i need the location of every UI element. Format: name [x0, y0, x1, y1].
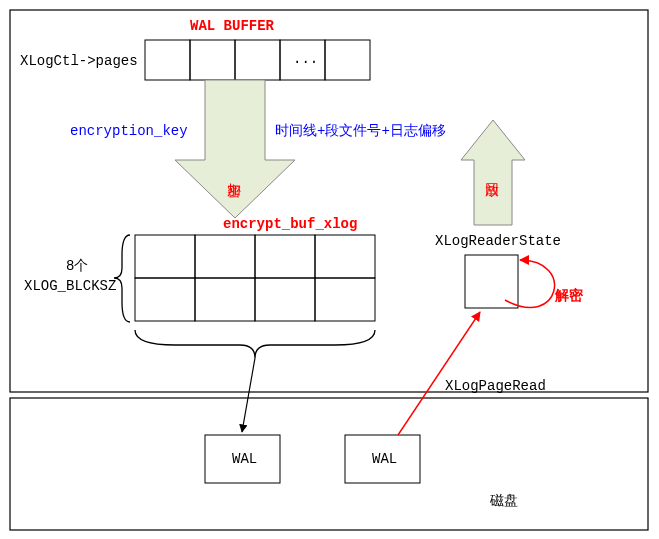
blocksize-label-2: XLOG_BLCKSZ: [24, 278, 116, 294]
encryption-key-label: encryption_key: [70, 123, 188, 139]
encrypt-buf-label: encrypt_buf_xlog: [223, 216, 357, 232]
replay-arrow: 回放: [461, 120, 525, 225]
svg-marker-5: [175, 80, 295, 218]
svg-rect-13: [315, 278, 375, 321]
wal-buffer-row: ...: [145, 40, 370, 80]
encrypt-arrow: 加密: [175, 80, 295, 218]
wal-buffer-ellipsis: ...: [293, 51, 318, 67]
svg-rect-0: [145, 40, 190, 80]
disk-container: [10, 398, 648, 530]
decrypt-label: 解密: [554, 287, 584, 304]
read-arrow: [398, 312, 480, 435]
wal-encryption-diagram: WAL BUFFER XLogCtl->pages ... 加密 encrypt…: [0, 0, 659, 539]
encrypt-buf-grid: [135, 235, 375, 321]
svg-rect-4: [325, 40, 370, 80]
blocksize-label-1: 8个: [66, 258, 88, 274]
write-arrow: [242, 358, 255, 432]
grid-under-brace: [135, 330, 375, 358]
svg-rect-12: [255, 278, 315, 321]
svg-rect-2: [235, 40, 280, 80]
reader-box: [465, 255, 518, 308]
wal-file-1-label: WAL: [232, 451, 257, 467]
svg-rect-7: [195, 235, 255, 278]
decrypt-loop: [505, 260, 555, 307]
svg-rect-9: [315, 235, 375, 278]
svg-rect-10: [135, 278, 195, 321]
title-wal-buffer: WAL BUFFER: [190, 18, 275, 34]
page-read-label: XLogPageRead: [445, 378, 546, 394]
wal-file-2-label: WAL: [372, 451, 397, 467]
svg-rect-11: [195, 278, 255, 321]
svg-rect-1: [190, 40, 235, 80]
svg-rect-8: [255, 235, 315, 278]
disk-label: 磁盘: [489, 493, 518, 509]
svg-marker-14: [461, 120, 525, 225]
svg-rect-6: [135, 235, 195, 278]
encryption-key-desc: 时间线+段文件号+日志偏移: [275, 123, 446, 139]
pages-label: XLogCtl->pages: [20, 53, 138, 69]
reader-label: XLogReaderState: [435, 233, 561, 249]
